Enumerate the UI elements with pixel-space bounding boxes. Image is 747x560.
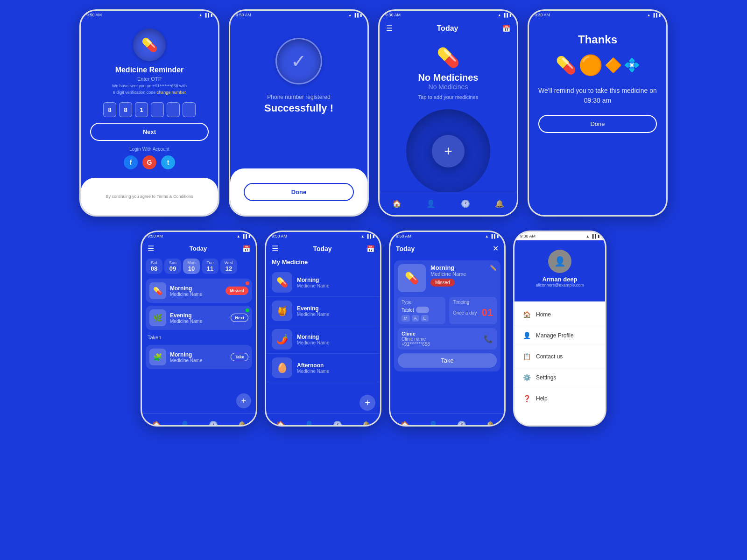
otp-box-5[interactable]	[167, 102, 180, 117]
phone-icon[interactable]: 📞	[484, 335, 493, 343]
calendar-icon-6[interactable]: 📅	[366, 245, 374, 252]
status-bar-8: 9:30 AM ▲ ▐▐ ▮	[514, 232, 605, 240]
calendar-icon-3[interactable]: 📅	[502, 25, 510, 32]
calendar-icon-5[interactable]: 📅	[242, 245, 250, 252]
otp-box-3[interactable]: 1	[135, 102, 148, 117]
nav-home-5[interactable]: 🏠	[152, 420, 161, 427]
status-time-8: 9:30 AM	[520, 234, 536, 238]
missed-badge[interactable]: Missed	[226, 287, 248, 295]
nav-person-7[interactable]: 👤	[429, 420, 438, 427]
fab-add-button-6[interactable]: +	[359, 395, 375, 411]
phone-4-thanks: 9:30 AM ▲ ▐▐ ▮ Thanks 💊 🟠 🔶 💠 We'll remi…	[528, 9, 668, 217]
facebook-icon[interactable]: f	[124, 155, 138, 169]
med-list-morning-2[interactable]: 🌶️ Morning Medicine Name	[266, 325, 380, 354]
settings-menu-label: Settings	[536, 374, 556, 381]
bottom-nav-3: 🏠 👤 🕐 🔔	[380, 192, 517, 215]
hamburger-icon-6[interactable]: ☰	[272, 244, 278, 253]
fab-add-button-5[interactable]: +	[236, 393, 251, 408]
done-button-4[interactable]: Done	[538, 115, 657, 133]
menu-home[interactable]: 🏠 Home	[514, 305, 605, 324]
date-sat[interactable]: Sat 08	[146, 259, 162, 274]
bottom-nav-6: 🏠 👤 🕐 🔔	[266, 413, 380, 427]
date-tue[interactable]: Tue 11	[202, 259, 218, 274]
nav-home-6[interactable]: 🏠	[276, 420, 285, 427]
add-medicine-button[interactable]: +	[432, 135, 465, 168]
nav-bell-5[interactable]: 🔔	[237, 420, 247, 427]
phone-3-no-medicines: 9:30 AM ▲ ▐▐ ▮ ☰ Today 📅 💊 No Medicines …	[378, 9, 518, 217]
taken-med-info: Morning Medicine Name	[170, 351, 227, 363]
done-button-2[interactable]: Done	[244, 183, 353, 201]
morning-label: Morning	[170, 285, 222, 292]
p1-change-link[interactable]: change number	[157, 90, 186, 95]
bottom-phones-row: 9:50 AM ▲ ▐▐ ▮ ☰ Today 📅 Sat 08	[9, 231, 738, 427]
date-wed[interactable]: Wed 12	[220, 259, 237, 274]
close-button-7[interactable]: ✕	[493, 244, 499, 253]
nav-person-5[interactable]: 👤	[180, 420, 190, 427]
orange-pill-icon: 🟠	[578, 54, 603, 77]
signal-icon-2: ▐▐	[353, 13, 359, 17]
toggle-switch[interactable]	[416, 307, 429, 313]
sched-e: E	[421, 315, 429, 322]
p5-header: ☰ Today 📅	[142, 240, 256, 257]
nav-bell-3[interactable]: 🔔	[495, 199, 504, 208]
google-icon[interactable]: G	[142, 155, 156, 169]
evening-medicine-name: Medicine Name	[170, 319, 227, 324]
type-timing-row: Type Tablet M A E T	[398, 297, 497, 324]
no-medicine-icon: 💊	[437, 47, 460, 69]
taken-med-img: 🧩	[149, 349, 166, 365]
next-badge[interactable]: Next	[231, 314, 248, 322]
hamburger-icon-3[interactable]: ☰	[386, 24, 393, 33]
signal-icon-6: ▐▐	[366, 234, 371, 238]
med-list-img-3: 🌶️	[272, 329, 292, 350]
nav-bell-6[interactable]: 🔔	[361, 420, 371, 427]
med-list-img-1: 💊	[272, 272, 292, 293]
nav-person-3[interactable]: 👤	[426, 199, 436, 208]
phone-7-detail: 9:50 AM ▲ ▐▐ ▮ Today ✕ 💊	[389, 231, 506, 427]
menu-help[interactable]: ❓ Help	[514, 389, 605, 408]
twitter-icon[interactable]: t	[161, 155, 175, 169]
med-detail-name: Medicine Name	[430, 271, 497, 277]
edit-icon[interactable]: ✏️	[490, 265, 497, 271]
hamburger-icon-5[interactable]: ☰	[148, 244, 154, 253]
nav-person-6[interactable]: 👤	[304, 420, 314, 427]
time-display: 01	[482, 307, 493, 319]
nav-home-3[interactable]: 🏠	[392, 199, 402, 208]
otp-box-2[interactable]: 8	[119, 102, 132, 117]
med-list-morning-1[interactable]: 💊 Morning Medicine Name	[266, 268, 380, 297]
take-button[interactable]: Take	[398, 353, 497, 368]
otp-box-1[interactable]: 8	[103, 102, 116, 117]
p7-screen: Today ✕ 💊 Morning ✏️ Medicine Name Misse…	[390, 240, 504, 427]
status-icons-8: ▲ ▐▐ ▮	[586, 234, 599, 238]
med-list-time-2: Evening	[297, 305, 329, 312]
med-list-info-3: Morning Medicine Name	[297, 334, 329, 345]
battery-icon: ▮	[211, 13, 212, 17]
wifi-icon-5: ▲	[237, 234, 240, 238]
thanks-description: We'll remind you to take this medicine o…	[538, 86, 657, 105]
wifi-icon-4: ▲	[647, 13, 651, 17]
p8-screen: 👤 Arman deep aliconnors@example.com 🏠 Ho…	[514, 240, 605, 427]
nav-home-7[interactable]: 🏠	[400, 420, 409, 427]
otp-box-6[interactable]	[183, 102, 196, 117]
signal-icon-4: ▐▐	[652, 13, 657, 17]
nav-bell-7[interactable]: 🔔	[486, 420, 495, 427]
take-badge[interactable]: Take	[231, 353, 248, 361]
nav-history-6[interactable]: 🕐	[333, 420, 342, 427]
med-list-time-1: Morning	[297, 277, 329, 283]
signal-icon-7: ▐▐	[490, 234, 495, 238]
nav-history-3[interactable]: 🕐	[461, 199, 470, 208]
med-list-name-1: Medicine Name	[297, 283, 329, 288]
menu-manage-profile[interactable]: 👤 Manage Profile	[514, 326, 605, 345]
otp-box-4[interactable]	[151, 102, 164, 117]
nav-history-7[interactable]: 🕐	[457, 420, 466, 427]
nav-history-5[interactable]: 🕐	[209, 420, 218, 427]
menu-settings[interactable]: ⚙️ Settings	[514, 368, 605, 387]
date-sun[interactable]: Sun 09	[164, 259, 181, 274]
med-detail-time: Morning	[430, 264, 454, 271]
med-list-afternoon[interactable]: 🥚 Afternoon Medicine Name	[266, 354, 380, 382]
next-button[interactable]: Next	[90, 123, 209, 141]
date-mon[interactable]: Mon 10	[183, 259, 200, 274]
menu-contact[interactable]: 📋 Contact us	[514, 347, 605, 366]
med-list-evening[interactable]: 🍯 Evening Medicine Name	[266, 297, 380, 325]
orange2-pill-icon: 🔶	[605, 57, 622, 73]
wifi-icon: ▲	[199, 13, 203, 17]
